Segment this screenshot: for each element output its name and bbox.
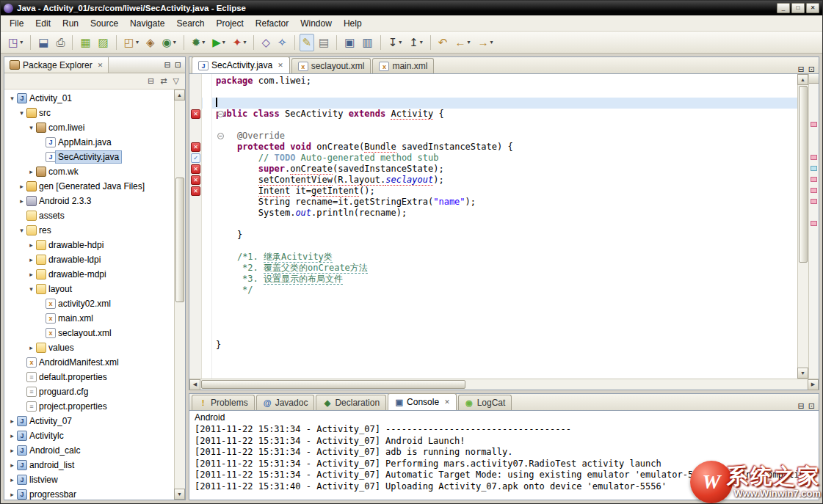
code-editor[interactable]: ✕✕✓✕✕✕ −− package com.liwei;public class… <box>189 74 819 379</box>
code-line[interactable] <box>189 120 797 131</box>
code-line[interactable] <box>189 241 797 252</box>
tree-item-project-properties[interactable]: ≡project.properties <box>4 399 185 414</box>
tree-expander-icon[interactable]: ▾ <box>17 109 26 117</box>
tree-expander-icon[interactable]: ▾ <box>7 95 17 102</box>
show-outline-view-button[interactable]: ▥ <box>359 34 375 51</box>
code-line[interactable]: super.onCreate(savedInstanceState); <box>189 164 797 175</box>
tree-item-drawable-hdpi[interactable]: ▸drawable-hdpi <box>4 238 185 252</box>
tree-item-res[interactable]: ▾res <box>4 223 185 238</box>
menu-source[interactable]: Source <box>84 16 124 31</box>
print-button[interactable]: ⎙ <box>53 34 68 51</box>
scroll-right-icon[interactable]: ▶ <box>808 379 819 390</box>
link-with-editor-icon[interactable]: ⇄ <box>160 77 167 85</box>
tree-item-assets[interactable]: assets <box>4 208 185 223</box>
tree-expander-icon[interactable]: ▾ <box>17 227 26 234</box>
console-tab-console[interactable]: ▣Console✕ <box>388 393 457 410</box>
minimize-view-icon[interactable]: ⊟ <box>164 61 171 69</box>
tree-item-android-2-3-3[interactable]: ▸Android 2.3.3 <box>4 194 185 208</box>
code-line[interactable]: public class SecActivity extends Activit… <box>189 109 797 120</box>
console-log[interactable]: [2011-11-22 15:31:34 - Activity_07] ----… <box>189 424 819 500</box>
code-line[interactable]: String recname=it.getStringExtra("name")… <box>189 197 797 208</box>
tree-expander-icon[interactable]: ▾ <box>26 285 36 293</box>
minimize-console-icon[interactable]: ⊟ <box>798 402 805 410</box>
editor-tab-secactivity-java[interactable]: JSecActivity.java✕ <box>192 56 290 73</box>
folding-ruler[interactable]: −− <box>203 74 212 379</box>
tree-expander-icon[interactable]: ▸ <box>26 344 36 351</box>
scroll-left-icon[interactable]: ◀ <box>189 379 200 390</box>
code-line[interactable]: protected void onCreate(Bundle savedInst… <box>189 142 797 153</box>
dropdown-arrow-icon[interactable]: ▾ <box>399 39 402 45</box>
code-line[interactable] <box>189 219 797 230</box>
overview-ruler[interactable] <box>808 74 819 379</box>
code-line[interactable] <box>189 296 797 307</box>
code-line[interactable]: // TODO Auto-generated method stub <box>189 153 797 164</box>
tree-item-activity02-xml[interactable]: xactivity02.xml <box>4 296 185 311</box>
dropdown-arrow-icon[interactable]: ▾ <box>20 39 23 45</box>
fold-collapse-icon[interactable]: − <box>217 111 224 117</box>
show-console-view-button[interactable]: ▣ <box>341 34 358 51</box>
run-external-tools-button[interactable]: ✦▾ <box>230 34 250 51</box>
error-marker-icon[interactable]: ✕ <box>191 186 200 196</box>
menu-refactor[interactable]: Refactor <box>250 16 294 31</box>
close-window-button[interactable]: ✕ <box>806 3 819 13</box>
scroll-thumb[interactable] <box>799 86 808 263</box>
dropdown-arrow-icon[interactable]: ▾ <box>173 39 176 45</box>
tree-expander-icon[interactable]: ▸ <box>7 476 17 483</box>
scroll-up-icon[interactable]: ▲ <box>174 90 185 101</box>
maximize-console-icon[interactable]: ⊡ <box>808 402 815 410</box>
android-avd-manager-button[interactable]: ▨ <box>95 34 112 51</box>
error-overview-marker[interactable] <box>811 188 817 193</box>
tree-item-layout[interactable]: ▾layout <box>4 282 185 296</box>
editor-tab-main-xml[interactable]: xmain.xml <box>372 58 434 73</box>
tree-expander-icon[interactable]: ▸ <box>26 168 36 175</box>
menu-run[interactable]: Run <box>57 16 84 31</box>
new-java-package-button[interactable]: ◈ <box>143 34 158 51</box>
dropdown-arrow-icon[interactable]: ▾ <box>467 39 470 45</box>
console-tab-javadoc[interactable]: @Javadoc <box>256 395 315 410</box>
tree-item-activity-01[interactable]: ▾JActivity_01 <box>4 91 185 106</box>
dropdown-arrow-icon[interactable]: ▾ <box>243 39 246 45</box>
tree-vertical-scrollbar[interactable]: ▲ ▼ <box>174 90 185 500</box>
code-line[interactable]: package com.liwei; <box>189 76 797 87</box>
editor-horizontal-scrollbar[interactable]: ◀ ▶ <box>189 379 819 390</box>
error-marker-icon[interactable]: ✕ <box>191 142 200 152</box>
search-button[interactable]: ✧ <box>275 34 290 51</box>
console-tab-declaration[interactable]: ◈Declaration <box>316 395 386 410</box>
scroll-down-icon[interactable]: ▼ <box>174 489 185 500</box>
tree-item-src[interactable]: ▾src <box>4 106 185 120</box>
tree-expander-icon[interactable]: ▸ <box>17 183 26 190</box>
tree-item-gen-generated-java-files[interactable]: ▸gen [Generated Java Files] <box>4 179 185 194</box>
code-line[interactable]: /*1. 继承Acitvity类 <box>189 252 797 263</box>
code-line[interactable]: *3. 设置显示的布局文件 <box>189 274 797 285</box>
maximize-view-icon[interactable]: ⊡ <box>175 61 181 69</box>
close-tab-icon[interactable]: ✕ <box>278 62 283 69</box>
tree-item-secactivity-java[interactable]: JSecActivity.java <box>4 150 185 164</box>
error-marker-icon[interactable]: ✕ <box>191 164 200 174</box>
error-marker-icon[interactable]: ✕ <box>191 175 200 185</box>
editor-tab-seclayout-xml[interactable]: xseclayout.xml <box>291 58 371 73</box>
maximize-editor-icon[interactable]: ⊡ <box>808 65 815 73</box>
tree-item-activity-07[interactable]: ▸JActivity_07 <box>4 414 185 428</box>
next-annotation-button[interactable]: ↧▾ <box>385 34 405 51</box>
console-tab-problems[interactable]: !Problems <box>192 395 255 410</box>
code-line[interactable] <box>189 98 797 109</box>
tree-expander-icon[interactable]: ▸ <box>7 461 17 469</box>
tree-item-progressbar[interactable]: ▸Jprogressbar <box>4 487 185 500</box>
tree-expander-icon[interactable]: ▸ <box>7 432 17 439</box>
tree-item-androidmanifest-xml[interactable]: xAndroidManifest.xml <box>4 355 185 370</box>
last-edit-location-button[interactable]: ↶ <box>435 34 451 51</box>
collapse-all-icon[interactable]: ⊟ <box>148 77 154 85</box>
scroll-up-icon[interactable]: ▲ <box>797 74 808 85</box>
android-sdk-manager-button[interactable]: ▦ <box>77 34 93 51</box>
code-line[interactable]: System.out.println(recname); <box>189 208 797 219</box>
code-line[interactable] <box>189 307 797 318</box>
scroll-thumb[interactable] <box>175 178 184 302</box>
tree-item-com-liwei[interactable]: ▾com.liwei <box>4 120 185 135</box>
tree-expander-icon[interactable]: ▸ <box>17 197 26 205</box>
tree-item-proguard-cfg[interactable]: ≡proguard.cfg <box>4 384 185 399</box>
close-view-icon[interactable]: ✕ <box>98 62 104 69</box>
console-tab-logcat[interactable]: ◉LogCat <box>458 395 512 410</box>
code-line[interactable]: setContentView(R.layout.seclayout); <box>189 175 797 186</box>
title-bar[interactable]: Java - Activity_01/src/com/liwei/SecActi… <box>1 1 822 15</box>
tree-expander-icon[interactable]: ▸ <box>7 491 17 498</box>
